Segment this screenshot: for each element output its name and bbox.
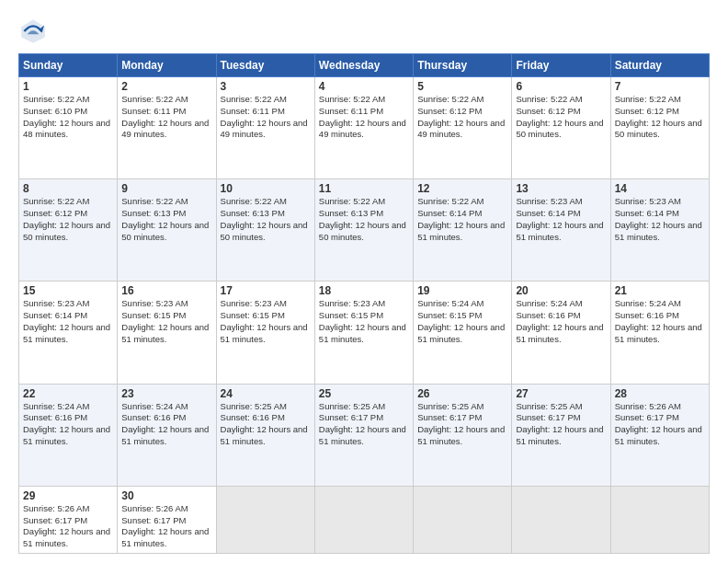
day-number: 5 bbox=[417, 80, 507, 93]
calendar-cell: 19 Sunrise: 5:24 AMSunset: 6:15 PMDaylig… bbox=[414, 282, 512, 384]
day-info: Sunrise: 5:23 AMSunset: 6:15 PMDaylight:… bbox=[221, 298, 308, 343]
day-info: Sunrise: 5:22 AMSunset: 6:12 PMDaylight:… bbox=[516, 94, 603, 139]
day-info: Sunrise: 5:25 AMSunset: 6:17 PMDaylight:… bbox=[417, 401, 505, 446]
calendar-cell: 22 Sunrise: 5:24 AMSunset: 6:16 PMDaylig… bbox=[19, 384, 118, 486]
calendar-cell: 23 Sunrise: 5:24 AMSunset: 6:16 PMDaylig… bbox=[118, 384, 216, 486]
day-info: Sunrise: 5:25 AMSunset: 6:17 PMDaylight:… bbox=[516, 401, 603, 446]
calendar-week-4: 22 Sunrise: 5:24 AMSunset: 6:16 PMDaylig… bbox=[19, 384, 710, 486]
day-info: Sunrise: 5:24 AMSunset: 6:16 PMDaylight:… bbox=[121, 401, 209, 446]
weekday-header-friday: Friday bbox=[512, 54, 610, 77]
day-info: Sunrise: 5:22 AMSunset: 6:10 PMDaylight:… bbox=[23, 94, 110, 139]
day-info: Sunrise: 5:23 AMSunset: 6:14 PMDaylight:… bbox=[23, 298, 110, 343]
day-number: 26 bbox=[417, 387, 507, 400]
day-number: 20 bbox=[516, 284, 606, 297]
calendar-cell: 18 Sunrise: 5:23 AMSunset: 6:15 PMDaylig… bbox=[314, 282, 413, 384]
logo-icon bbox=[18, 17, 48, 46]
calendar-cell bbox=[512, 486, 610, 553]
weekday-header-saturday: Saturday bbox=[610, 54, 709, 77]
weekday-header-sunday: Sunday bbox=[19, 54, 118, 77]
calendar-cell: 30 Sunrise: 5:26 AMSunset: 6:17 PMDaylig… bbox=[118, 486, 216, 553]
day-number: 9 bbox=[121, 182, 211, 195]
day-info: Sunrise: 5:23 AMSunset: 6:14 PMDaylight:… bbox=[516, 196, 603, 241]
day-info: Sunrise: 5:22 AMSunset: 6:11 PMDaylight:… bbox=[221, 94, 308, 139]
day-number: 11 bbox=[319, 182, 409, 195]
day-number: 10 bbox=[221, 182, 311, 195]
day-number: 28 bbox=[615, 387, 705, 400]
day-number: 16 bbox=[121, 284, 211, 297]
day-info: Sunrise: 5:24 AMSunset: 6:16 PMDaylight:… bbox=[23, 401, 110, 446]
day-number: 8 bbox=[23, 182, 113, 195]
day-info: Sunrise: 5:22 AMSunset: 6:11 PMDaylight:… bbox=[319, 94, 406, 139]
day-number: 25 bbox=[319, 387, 409, 400]
calendar-cell: 3 Sunrise: 5:22 AMSunset: 6:11 PMDayligh… bbox=[216, 77, 314, 179]
calendar-cell: 16 Sunrise: 5:23 AMSunset: 6:15 PMDaylig… bbox=[118, 282, 216, 384]
page: SundayMondayTuesdayWednesdayThursdayFrid… bbox=[0, 0, 728, 563]
day-info: Sunrise: 5:22 AMSunset: 6:12 PMDaylight:… bbox=[615, 94, 702, 139]
calendar-cell: 17 Sunrise: 5:23 AMSunset: 6:15 PMDaylig… bbox=[216, 282, 314, 384]
calendar-cell: 25 Sunrise: 5:25 AMSunset: 6:17 PMDaylig… bbox=[314, 384, 413, 486]
day-info: Sunrise: 5:26 AMSunset: 6:17 PMDaylight:… bbox=[121, 503, 209, 548]
day-number: 19 bbox=[417, 284, 507, 297]
day-number: 23 bbox=[121, 387, 211, 400]
day-number: 27 bbox=[516, 387, 606, 400]
day-number: 6 bbox=[516, 80, 606, 93]
calendar-cell: 1 Sunrise: 5:22 AMSunset: 6:10 PMDayligh… bbox=[19, 77, 118, 179]
day-number: 14 bbox=[615, 182, 705, 195]
day-info: Sunrise: 5:22 AMSunset: 6:13 PMDaylight:… bbox=[221, 196, 308, 241]
weekday-header-row: SundayMondayTuesdayWednesdayThursdayFrid… bbox=[19, 54, 710, 77]
day-number: 17 bbox=[221, 284, 311, 297]
calendar-cell: 13 Sunrise: 5:23 AMSunset: 6:14 PMDaylig… bbox=[512, 179, 610, 282]
calendar-week-3: 15 Sunrise: 5:23 AMSunset: 6:14 PMDaylig… bbox=[19, 282, 710, 384]
day-info: Sunrise: 5:26 AMSunset: 6:17 PMDaylight:… bbox=[615, 401, 702, 446]
day-info: Sunrise: 5:22 AMSunset: 6:12 PMDaylight:… bbox=[23, 196, 110, 241]
calendar-cell: 4 Sunrise: 5:22 AMSunset: 6:11 PMDayligh… bbox=[314, 77, 413, 179]
calendar-week-2: 8 Sunrise: 5:22 AMSunset: 6:12 PMDayligh… bbox=[19, 179, 710, 282]
calendar-cell: 26 Sunrise: 5:25 AMSunset: 6:17 PMDaylig… bbox=[414, 384, 512, 486]
day-number: 7 bbox=[615, 80, 705, 93]
day-number: 13 bbox=[516, 182, 606, 195]
calendar-cell: 5 Sunrise: 5:22 AMSunset: 6:12 PMDayligh… bbox=[414, 77, 512, 179]
calendar-cell: 14 Sunrise: 5:23 AMSunset: 6:14 PMDaylig… bbox=[610, 179, 709, 282]
weekday-header-thursday: Thursday bbox=[414, 54, 512, 77]
calendar-cell: 24 Sunrise: 5:25 AMSunset: 6:16 PMDaylig… bbox=[216, 384, 314, 486]
calendar-cell: 20 Sunrise: 5:24 AMSunset: 6:16 PMDaylig… bbox=[512, 282, 610, 384]
day-number: 30 bbox=[121, 489, 211, 502]
day-number: 21 bbox=[615, 284, 705, 297]
calendar-cell: 7 Sunrise: 5:22 AMSunset: 6:12 PMDayligh… bbox=[610, 77, 709, 179]
day-info: Sunrise: 5:23 AMSunset: 6:15 PMDaylight:… bbox=[121, 298, 209, 343]
day-info: Sunrise: 5:24 AMSunset: 6:16 PMDaylight:… bbox=[516, 298, 603, 343]
calendar-cell: 15 Sunrise: 5:23 AMSunset: 6:14 PMDaylig… bbox=[19, 282, 118, 384]
day-info: Sunrise: 5:22 AMSunset: 6:12 PMDaylight:… bbox=[417, 94, 505, 139]
weekday-header-tuesday: Tuesday bbox=[216, 54, 314, 77]
calendar-cell: 27 Sunrise: 5:25 AMSunset: 6:17 PMDaylig… bbox=[512, 384, 610, 486]
calendar-cell bbox=[314, 486, 413, 553]
day-number: 29 bbox=[23, 489, 113, 502]
day-number: 2 bbox=[121, 80, 211, 93]
calendar-week-1: 1 Sunrise: 5:22 AMSunset: 6:10 PMDayligh… bbox=[19, 77, 710, 179]
day-number: 18 bbox=[319, 284, 409, 297]
header bbox=[18, 17, 710, 46]
day-info: Sunrise: 5:23 AMSunset: 6:15 PMDaylight:… bbox=[319, 298, 406, 343]
calendar-cell: 10 Sunrise: 5:22 AMSunset: 6:13 PMDaylig… bbox=[216, 179, 314, 282]
day-number: 15 bbox=[23, 284, 113, 297]
calendar-cell: 6 Sunrise: 5:22 AMSunset: 6:12 PMDayligh… bbox=[512, 77, 610, 179]
day-info: Sunrise: 5:26 AMSunset: 6:17 PMDaylight:… bbox=[23, 503, 110, 548]
weekday-header-monday: Monday bbox=[118, 54, 216, 77]
calendar-cell: 29 Sunrise: 5:26 AMSunset: 6:17 PMDaylig… bbox=[19, 486, 118, 553]
calendar-cell bbox=[610, 486, 709, 553]
calendar-table: SundayMondayTuesdayWednesdayThursdayFrid… bbox=[18, 53, 710, 554]
calendar-cell bbox=[414, 486, 512, 553]
calendar-cell bbox=[216, 486, 314, 553]
calendar-week-5: 29 Sunrise: 5:26 AMSunset: 6:17 PMDaylig… bbox=[19, 486, 710, 553]
calendar-cell: 21 Sunrise: 5:24 AMSunset: 6:16 PMDaylig… bbox=[610, 282, 709, 384]
day-info: Sunrise: 5:23 AMSunset: 6:14 PMDaylight:… bbox=[615, 196, 702, 241]
calendar-cell: 9 Sunrise: 5:22 AMSunset: 6:13 PMDayligh… bbox=[118, 179, 216, 282]
weekday-header-wednesday: Wednesday bbox=[314, 54, 413, 77]
calendar-cell: 8 Sunrise: 5:22 AMSunset: 6:12 PMDayligh… bbox=[19, 179, 118, 282]
day-info: Sunrise: 5:22 AMSunset: 6:11 PMDaylight:… bbox=[121, 94, 209, 139]
day-number: 22 bbox=[23, 387, 113, 400]
calendar-cell: 11 Sunrise: 5:22 AMSunset: 6:13 PMDaylig… bbox=[314, 179, 413, 282]
calendar-cell: 12 Sunrise: 5:22 AMSunset: 6:14 PMDaylig… bbox=[414, 179, 512, 282]
day-info: Sunrise: 5:24 AMSunset: 6:15 PMDaylight:… bbox=[417, 298, 505, 343]
day-info: Sunrise: 5:22 AMSunset: 6:14 PMDaylight:… bbox=[417, 196, 505, 241]
